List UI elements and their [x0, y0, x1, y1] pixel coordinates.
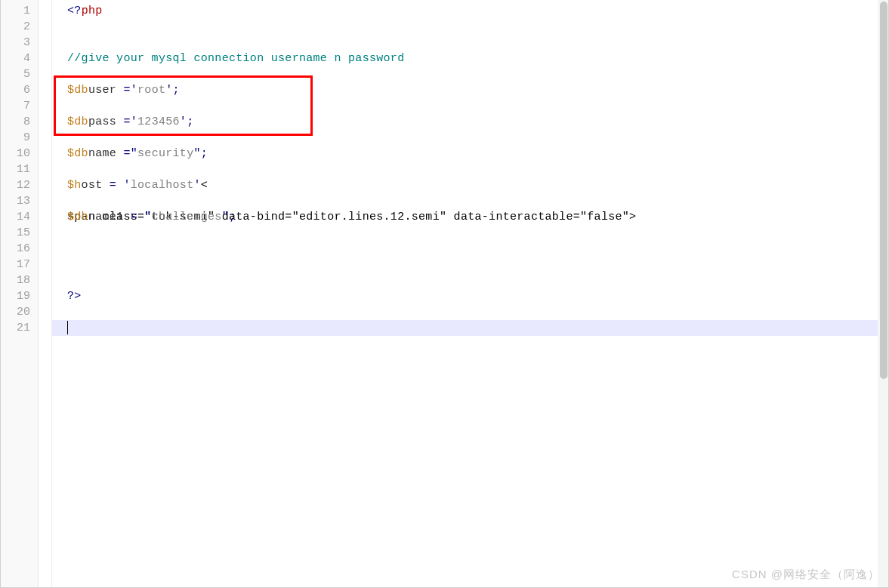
code-line[interactable] [67, 98, 888, 114]
code-line[interactable]: $dbname1 = "challenges"; [67, 209, 888, 225]
code-line[interactable] [67, 35, 888, 51]
line-number: 5 [1, 66, 30, 82]
code-editor[interactable]: 1 2 3 4 5 6 7 8 9 10 11 12 13 14 15 16 1… [0, 0, 889, 588]
line-number: 1 [1, 3, 30, 19]
line-number: 21 [1, 320, 30, 336]
line-number: 6 [1, 82, 30, 98]
code-line[interactable]: ?> [67, 288, 888, 304]
line-number: 9 [1, 130, 30, 146]
line-number: 8 [1, 114, 30, 130]
code-line[interactable] [67, 66, 888, 82]
comment-text: //give your mysql connection username n … [67, 52, 404, 65]
line-number: 13 [1, 193, 30, 209]
code-line[interactable] [67, 320, 888, 336]
line-number: 2 [1, 19, 30, 35]
line-number: 18 [1, 272, 30, 288]
code-line[interactable] [67, 130, 888, 146]
code-line[interactable] [67, 193, 888, 209]
line-number: 11 [1, 162, 30, 177]
line-number: 19 [1, 288, 30, 304]
watermark-text: CSDN @网络安全（阿逸） [732, 568, 880, 582]
line-number: 15 [1, 225, 30, 241]
code-area[interactable]: <?php //give your mysql connection usern… [52, 0, 888, 587]
line-number: 12 [1, 177, 30, 193]
line-number: 16 [1, 241, 30, 257]
code-line[interactable]: $dbpass ='123456'; [67, 114, 888, 130]
code-line[interactable] [67, 162, 888, 177]
text-cursor [67, 321, 68, 334]
line-number: 3 [1, 35, 30, 51]
line-number: 20 [1, 304, 30, 320]
line-number: 7 [1, 98, 30, 114]
fold-margin [39, 0, 52, 587]
code-line[interactable] [67, 19, 888, 35]
code-line[interactable]: //give your mysql connection username n … [67, 51, 888, 66]
line-number: 14 [1, 209, 30, 225]
code-line[interactable]: <?php [67, 3, 888, 19]
line-number: 17 [1, 257, 30, 272]
code-line[interactable]: $dbuser ='root'; [67, 82, 888, 98]
code-line[interactable] [67, 225, 888, 241]
line-number-gutter: 1 2 3 4 5 6 7 8 9 10 11 12 13 14 15 16 1… [1, 0, 39, 587]
code-line[interactable] [67, 304, 888, 320]
code-line[interactable] [67, 257, 888, 272]
code-line[interactable] [67, 272, 888, 288]
code-line[interactable]: $host = 'localhost'< span class="tok-sem… [67, 177, 888, 193]
line-number: 10 [1, 146, 30, 162]
code-line[interactable]: $dbname ="security"; [67, 146, 888, 162]
code-line[interactable] [67, 241, 888, 257]
line-number: 4 [1, 51, 30, 66]
